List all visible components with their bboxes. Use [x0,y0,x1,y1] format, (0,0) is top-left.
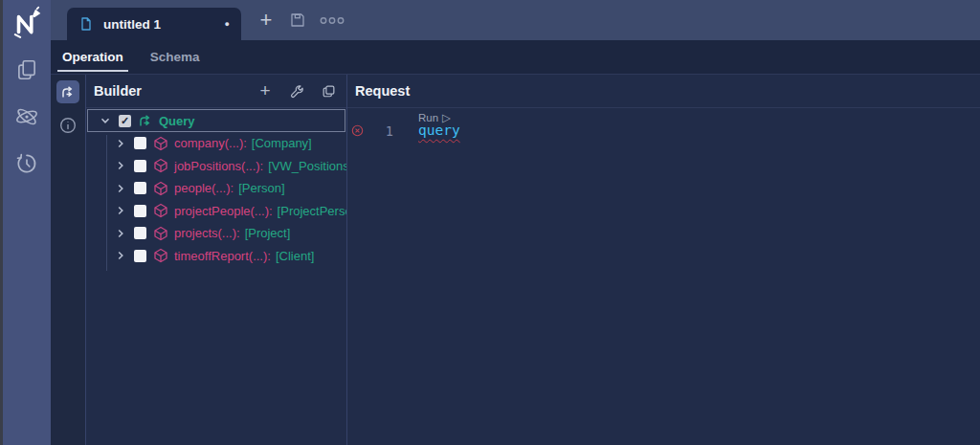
chevron-right-icon[interactable] [115,138,126,149]
cube-icon [153,158,168,173]
collapse-all-button[interactable] [321,83,336,99]
field-checkbox[interactable] [134,137,146,149]
sidebar-item-history[interactable] [14,151,39,176]
sidebar-item-documents[interactable] [14,57,39,82]
field-name: jobPositions(...): [174,159,263,173]
wrench-icon [290,84,304,99]
cube-icon [153,136,168,151]
unsaved-indicator: ● [225,20,230,29]
field-checkbox[interactable] [134,250,146,262]
view-tabs: Operation Schema [51,40,980,75]
chevron-right-icon[interactable] [115,183,126,194]
tree-row-projects[interactable]: projects(...): [Project] [86,222,346,245]
save-icon [289,11,306,29]
field-name: projectPeople(...): [174,204,273,218]
field-checkbox[interactable] [134,205,146,217]
tree-indent-guide [106,135,107,271]
history-icon [14,151,39,176]
cube-icon [153,181,168,196]
flow-icon [60,84,76,100]
more-options-icon [319,16,345,25]
builder-view-button[interactable] [56,80,79,103]
app-logo-icon [10,6,44,40]
code-editor[interactable]: 1 Run ▷ query [347,108,980,443]
chevron-down-icon[interactable] [100,115,111,126]
copy-icon [322,84,336,99]
cube-icon [153,248,168,263]
builder-panel: Builder + [85,75,346,445]
tree-row-projectpeople[interactable]: projectPeople(...): [ProjectPerson] [86,200,346,223]
builder-header-actions: + [257,83,336,99]
chevron-right-icon[interactable] [115,228,126,239]
query-keyword: query [418,122,460,138]
tab-operation-label: Operation [62,50,123,64]
cube-icon [153,226,168,241]
chevron-right-icon[interactable] [115,250,126,261]
field-name: company(...): [174,136,247,150]
tree-row-jobpositions[interactable]: jobPositions(...): [VW_Positions] [86,155,346,178]
field-type: [Person] [238,181,284,195]
builder-title: Builder [94,83,142,99]
tab-schema-label: Schema [150,50,200,64]
app-logo[interactable] [10,6,44,40]
chevron-right-icon[interactable] [115,205,126,216]
documents-icon [14,57,39,82]
field-checkbox[interactable] [134,160,146,172]
tree-row-timeoffreport[interactable]: timeoffReport(...): [Client] [86,245,346,268]
tree-label-query: Query [159,114,195,128]
check-icon: ✓ [121,116,129,126]
plus-icon: + [260,8,273,32]
builder-header: Builder + [86,75,346,108]
line-number: 1 [370,123,393,139]
chevron-right-icon[interactable] [115,160,126,171]
more-options-button[interactable] [319,16,345,25]
tab-untitled[interactable]: untitled 1 ● [67,8,241,40]
info-button[interactable] [59,117,77,134]
field-type: [Client] [276,249,314,263]
request-title: Request [355,83,410,99]
field-name: projects(...): [174,226,240,240]
code-line[interactable]: query [418,122,460,138]
builder-tree: ✓ Query [86,109,346,267]
app-root: untitled 1 ● + Operation [0,0,980,445]
tab-schema[interactable]: Schema [147,40,203,74]
plus-icon: + [259,83,270,99]
new-tab-button[interactable]: + [255,9,278,32]
tree-row-people[interactable]: people(...): [Person] [86,177,346,200]
field-name: timeoffReport(...): [174,249,271,263]
flow-icon [138,113,153,128]
tab-bar: untitled 1 ● + [51,0,980,40]
atom-icon [14,104,39,129]
field-type: [Company] [252,136,312,150]
tab-title: untitled 1 [103,17,161,32]
settings-wrench-button[interactable] [289,83,304,99]
field-name: people(...): [174,181,234,195]
file-icon [78,16,94,32]
query-checkbox[interactable]: ✓ [119,115,131,127]
field-checkbox[interactable] [134,182,146,194]
field-type: [Project] [245,226,291,240]
cube-icon [153,203,168,218]
tab-operation[interactable]: Operation [59,40,126,74]
tree-row-company[interactable]: company(...): [Company] [86,132,346,155]
add-operation-button[interactable]: + [257,83,273,99]
field-checkbox[interactable] [134,227,146,239]
activity-bar [3,0,51,445]
error-icon [351,124,364,137]
builder-toolbar [51,75,85,445]
field-type: [VW_Positions] [268,159,352,173]
save-button[interactable] [289,11,306,29]
tree-row-query[interactable]: ✓ Query [87,109,345,132]
request-panel: Request 1 Run ▷ query [346,75,980,445]
request-header: Request [347,75,980,108]
info-icon [59,117,77,134]
sidebar-item-schema-explorer[interactable] [14,104,39,129]
